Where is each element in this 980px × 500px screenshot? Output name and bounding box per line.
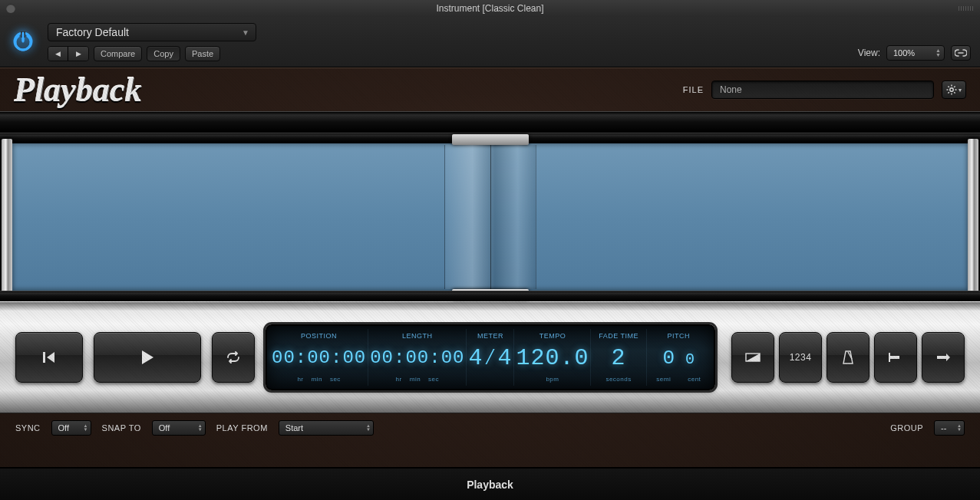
retrigger-button[interactable] (874, 332, 917, 383)
go-to-start-button[interactable] (15, 332, 83, 383)
copy-button[interactable]: Copy (147, 46, 180, 61)
position-label: POSITION (301, 332, 337, 340)
stepper-icon: ▲▼ (198, 424, 203, 432)
view-zoom-value: 100% (893, 48, 915, 58)
stepper-icon: ▲▼ (935, 48, 941, 58)
lower-rail (0, 291, 980, 301)
file-value: None (720, 84, 742, 95)
svg-rect-11 (43, 352, 45, 363)
file-action-button[interactable]: ▾ (942, 81, 966, 99)
continue-icon (935, 351, 952, 363)
length-value[interactable]: 00:00:00 (370, 347, 464, 368)
footer-name: Playback (467, 479, 513, 491)
window-title: Instrument [Classic Clean] (436, 3, 543, 14)
metronome-icon (841, 350, 855, 365)
meter-label: METER (477, 332, 503, 340)
stepper-icon: ▲▼ (84, 424, 88, 432)
svg-line-10 (948, 92, 949, 93)
svg-line-7 (948, 86, 949, 87)
reel-right (968, 139, 978, 295)
link-button[interactable] (951, 45, 971, 61)
fade-label: FADE TIME (599, 332, 638, 340)
length-units: hrminsec (396, 376, 439, 383)
tempo-label: TEMPO (539, 332, 566, 340)
compare-button[interactable]: Compare (94, 46, 142, 61)
reel-left (2, 139, 12, 295)
playback-logo: Playback (14, 71, 141, 110)
position-value[interactable]: 00:00:00 (272, 347, 366, 368)
window-close-button[interactable] (6, 4, 15, 13)
snap-label: SNAP TO (102, 423, 141, 433)
view-zoom-select[interactable]: 100% ▲▼ (886, 45, 945, 61)
transport-panel: POSITION 00:00:00 hrminsec LENGTH 00:00:… (0, 301, 980, 413)
playhead-top-cap (452, 134, 529, 145)
count-in-button[interactable]: 1234 (779, 332, 822, 383)
skip-back-icon (41, 350, 57, 364)
playhead-line (490, 145, 491, 289)
svg-point-2 (950, 88, 953, 91)
pitch-label: PITCH (668, 332, 691, 340)
metronome-button[interactable] (827, 332, 869, 383)
fade-button[interactable] (731, 332, 774, 383)
fade-value[interactable]: 2 (612, 345, 626, 371)
preset-next-button[interactable]: ▶ (68, 47, 88, 61)
group-select[interactable]: --▲▼ (934, 420, 965, 436)
power-button[interactable] (9, 28, 37, 55)
lcd-display: POSITION 00:00:00 hrminsec LENGTH 00:00:… (266, 324, 715, 390)
window-titlebar: Instrument [Classic Clean] (0, 0, 980, 17)
plugin-toolbar: Factory Default ▼ ◀ ▶ Compare Copy Paste… (0, 17, 980, 67)
svg-rect-14 (889, 356, 899, 359)
chevron-down-icon: ▾ (959, 87, 962, 94)
plugin-body: Playback FILE None ▾ (0, 67, 980, 468)
preset-selector[interactable]: Factory Default ▼ (48, 23, 256, 41)
continue-button[interactable] (922, 332, 965, 383)
loop-icon (225, 351, 242, 363)
svg-rect-15 (937, 356, 946, 359)
preset-prev-button[interactable]: ◀ (48, 47, 68, 61)
paste-button[interactable]: Paste (185, 46, 220, 61)
cycle-button[interactable] (212, 332, 255, 383)
pitch-cent-value[interactable]: 0 (685, 350, 695, 368)
snap-select[interactable]: Off▲▼ (152, 420, 206, 436)
stepper-icon: ▲▼ (957, 424, 962, 432)
fade-unit: seconds (605, 376, 631, 383)
play-button[interactable] (94, 332, 201, 383)
link-icon (955, 49, 967, 57)
gear-icon (946, 84, 957, 95)
group-label: GROUP (890, 423, 923, 433)
playhead[interactable] (444, 136, 536, 298)
sync-label: SYNC (15, 423, 41, 433)
tempo-value[interactable]: 120.0 (516, 345, 589, 371)
view-label: View: (858, 48, 880, 58)
preset-nav: ◀ ▶ (48, 46, 89, 61)
count-in-icon: 1234 (790, 352, 812, 363)
bottom-bar: SYNC Off▲▼ SNAP TO Off▲▼ PLAY FROM Start… (0, 413, 980, 442)
chevron-down-icon: ▼ (242, 28, 249, 37)
tempo-unit: bpm (546, 376, 559, 383)
retrigger-icon (887, 351, 904, 363)
stepper-icon: ▲▼ (366, 424, 371, 432)
power-icon (12, 30, 35, 53)
sync-select[interactable]: Off▲▼ (51, 420, 91, 436)
function-buttons: 1234 (731, 332, 965, 383)
meter-value[interactable]: 4⁄4 (468, 345, 512, 371)
preset-name: Factory Default (56, 26, 129, 38)
playfrom-label: PLAY FROM (216, 423, 268, 433)
pitch-units: semicent (656, 376, 701, 383)
file-label: FILE (683, 85, 704, 94)
fade-icon (744, 351, 761, 363)
marker-rail[interactable] (0, 111, 980, 133)
playfrom-select[interactable]: Start▲▼ (279, 420, 374, 436)
length-label: LENGTH (402, 332, 433, 340)
tape-display[interactable] (0, 143, 980, 291)
play-icon (140, 349, 155, 366)
svg-line-9 (954, 86, 955, 87)
file-field[interactable]: None (711, 81, 934, 99)
pitch-semi-value[interactable]: 0 (663, 347, 675, 370)
window-resize-grip[interactable] (959, 6, 974, 11)
pitch-values[interactable]: 0 0 (663, 347, 695, 370)
plugin-footer: Playback (0, 468, 980, 500)
position-units: hrminsec (297, 376, 340, 383)
header-row: Playback FILE None ▾ (0, 68, 980, 111)
svg-line-8 (954, 92, 955, 93)
